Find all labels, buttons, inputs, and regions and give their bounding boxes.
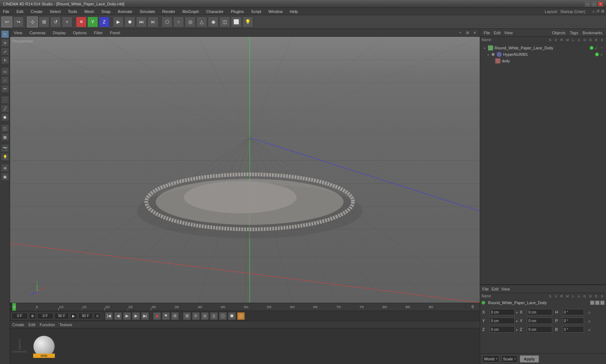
material-menu-texture[interactable]: Texture bbox=[59, 323, 72, 327]
world-select[interactable]: World ▾ bbox=[482, 355, 499, 363]
rotate-tool-left-button[interactable]: ↻ bbox=[1, 56, 9, 64]
attr-icon-3[interactable] bbox=[600, 301, 605, 305]
view-menu-filter[interactable]: Filter bbox=[92, 30, 104, 36]
select-x-button[interactable]: ✕ bbox=[76, 17, 87, 27]
obj-expand-root[interactable]: ▸ bbox=[483, 46, 487, 50]
menu-window[interactable]: Window bbox=[267, 9, 284, 14]
circle-select-button[interactable]: ○ bbox=[1, 76, 9, 84]
obj-menu-objects[interactable]: Objects bbox=[550, 30, 567, 35]
view-menu-cameras[interactable]: Cameras bbox=[28, 30, 47, 36]
edge-mode-button[interactable]: ╱ bbox=[1, 105, 9, 112]
render-button[interactable]: ⏺ bbox=[124, 17, 135, 27]
maximize-button[interactable]: □ bbox=[592, 1, 597, 6]
key-rot-button[interactable]: R bbox=[201, 312, 209, 320]
cursor-mode-button[interactable]: ⊹ bbox=[27, 17, 38, 27]
frame-step-up[interactable]: ⊕ bbox=[29, 313, 36, 319]
cylinder-button[interactable]: ◎ bbox=[185, 17, 196, 27]
menu-edit[interactable]: Edit bbox=[15, 9, 25, 14]
next-frame-button[interactable]: ▶ bbox=[132, 312, 140, 320]
menu-select[interactable]: Select bbox=[48, 9, 62, 14]
floor-button[interactable]: ▣ bbox=[1, 173, 9, 181]
material-ball-doily[interactable]: doily bbox=[33, 336, 55, 357]
polygon-mode-button[interactable]: ⬟ bbox=[1, 113, 9, 121]
obj-menu-edit[interactable]: Edit bbox=[492, 30, 502, 35]
select-z-button[interactable]: Z bbox=[99, 17, 110, 27]
attr-item-root[interactable]: Round_White_Paper_Lace_Doily bbox=[480, 299, 606, 306]
menu-simulate[interactable]: Simulate bbox=[138, 9, 157, 14]
menu-animate[interactable]: Animate bbox=[117, 9, 134, 14]
scale-tool-left-button[interactable]: ⤢ bbox=[1, 48, 9, 56]
menu-help[interactable]: Help bbox=[288, 9, 299, 14]
prev-frame-button[interactable]: ◀ bbox=[114, 312, 122, 320]
key-scale-button[interactable]: S bbox=[210, 312, 218, 320]
snap-button[interactable]: ⊕ bbox=[1, 164, 9, 172]
move-tool-button[interactable]: ⊞ bbox=[39, 17, 49, 27]
obj-item-root[interactable]: ▸ Round_White_Paper_Lace_Doily ✓ ⋯ bbox=[482, 45, 605, 51]
view-menu-view[interactable]: View bbox=[12, 30, 24, 36]
key-param-button[interactable]: ⬡ bbox=[219, 312, 227, 320]
menu-script[interactable]: Script bbox=[250, 9, 263, 14]
point-mode-button[interactable]: ⬡ bbox=[1, 124, 9, 132]
polygon-point-button[interactable]: · bbox=[1, 96, 9, 104]
viewport-icon-1[interactable]: + bbox=[457, 30, 463, 36]
frame-step-set[interactable]: ⊙ bbox=[94, 313, 101, 319]
rotate-tool-button[interactable]: + bbox=[62, 17, 73, 27]
view-menu-panel[interactable]: Panel bbox=[109, 30, 122, 36]
obj-expand-hypernurbs[interactable]: ▸ bbox=[487, 53, 490, 56]
light-button[interactable]: 💡 bbox=[242, 17, 253, 27]
close-button[interactable]: ✕ bbox=[598, 1, 603, 6]
menu-snap[interactable]: Snap bbox=[100, 9, 112, 14]
menu-mograph[interactable]: MoGraph bbox=[181, 9, 201, 14]
render-to-picture-viewer-button[interactable]: ⏭ bbox=[136, 17, 147, 27]
scale-tool-button[interactable]: ↺ bbox=[50, 17, 61, 27]
material-menu-create[interactable]: Create bbox=[12, 323, 24, 327]
move-tool-left-button[interactable]: ✛ bbox=[1, 39, 9, 47]
attr-menu-file[interactable]: File bbox=[482, 287, 489, 291]
coord-x-rot-field[interactable]: 0 cm bbox=[527, 309, 552, 315]
play-button[interactable]: ▶ bbox=[123, 312, 131, 320]
menu-render[interactable]: Render bbox=[161, 9, 177, 14]
obj-menu-file[interactable]: File bbox=[482, 30, 492, 35]
coord-b-field[interactable]: 0 ° bbox=[562, 326, 584, 333]
frame-start-field[interactable]: 0 F bbox=[12, 313, 28, 319]
view-menu-display[interactable]: Display bbox=[51, 30, 67, 36]
coord-y-rot-field[interactable]: 0 cm bbox=[527, 318, 552, 324]
motion-settings-button[interactable]: ⚙ bbox=[171, 312, 179, 320]
coord-h-spinner[interactable]: ⊿ bbox=[585, 310, 593, 314]
torus-button[interactable]: ◉ bbox=[208, 17, 219, 27]
goto-end-button[interactable]: ▶| bbox=[141, 312, 149, 320]
render-region-button[interactable]: ▶ bbox=[113, 17, 124, 27]
scale-select[interactable]: Scale ▾ bbox=[501, 355, 518, 363]
viewport[interactable]: Perspective X Y Z bbox=[10, 37, 480, 303]
disc-button[interactable]: ◫ bbox=[219, 17, 230, 27]
coord-z-pos-field[interactable]: 0 cm bbox=[489, 326, 515, 333]
key-options-button[interactable]: O bbox=[237, 312, 245, 320]
material-menu-edit[interactable]: Edit bbox=[28, 323, 35, 327]
coord-p-spinner[interactable]: ⊿ bbox=[585, 319, 593, 323]
sphere-button[interactable]: ○ bbox=[173, 17, 184, 27]
camera-left-button[interactable]: 📷 bbox=[1, 144, 9, 152]
frame-current-field[interactable]: 0 F bbox=[37, 313, 53, 319]
obj-menu-bookmarks[interactable]: Bookmarks bbox=[581, 30, 604, 35]
apply-button[interactable]: Apply bbox=[520, 355, 539, 363]
goto-start-button[interactable]: |◀ bbox=[105, 312, 113, 320]
coord-h-field[interactable]: 0 ° bbox=[562, 309, 584, 315]
material-menu-function[interactable]: Function bbox=[40, 323, 55, 327]
plane-button[interactable]: ⬜ bbox=[231, 17, 242, 27]
obj-item-doily[interactable]: ▸ doily bbox=[482, 58, 605, 64]
menu-mesh[interactable]: Mesh bbox=[83, 9, 96, 14]
minimize-button[interactable]: ─ bbox=[585, 1, 590, 6]
light-left-button[interactable]: 💡 bbox=[1, 153, 9, 161]
attr-menu-view[interactable]: View bbox=[501, 287, 510, 291]
select-tool-button[interactable]: ↖ bbox=[1, 30, 9, 38]
attr-icon-2[interactable] bbox=[595, 301, 600, 305]
menu-plugins[interactable]: Plugins bbox=[229, 9, 245, 14]
menu-tools[interactable]: Tools bbox=[66, 9, 79, 14]
obj-dot-root[interactable] bbox=[590, 46, 593, 50]
coord-z-rot-field[interactable]: 0 cm bbox=[527, 326, 552, 333]
obj-dot-hypernurbs[interactable] bbox=[595, 53, 599, 56]
free-select-button[interactable]: ✏ bbox=[1, 85, 9, 93]
play-forward[interactable]: ▶ bbox=[70, 313, 77, 319]
cone-button[interactable]: △ bbox=[196, 17, 207, 27]
attr-icon-1[interactable] bbox=[590, 301, 594, 305]
